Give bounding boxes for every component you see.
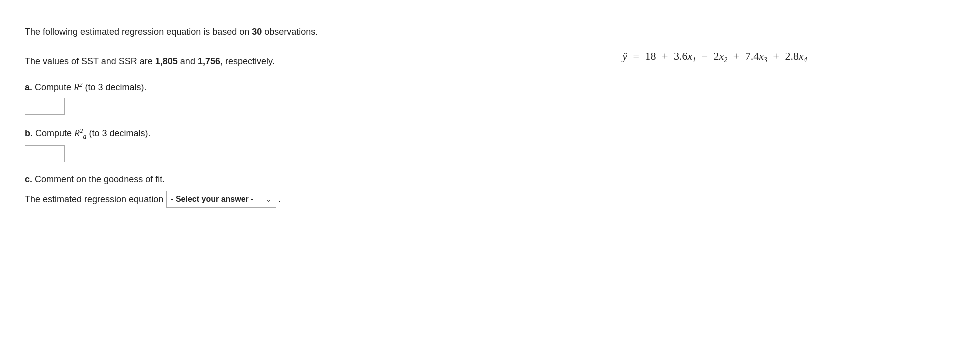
sst-ssr-paragraph: The values of SST and SSR are 1,805 and … — [25, 54, 475, 69]
eq-equals: = — [634, 50, 640, 62]
chevron-down-icon: ⌄ — [266, 195, 272, 203]
observations-count: 30 — [252, 27, 262, 37]
part-c-description: Comment on the goodness of fit. — [32, 174, 165, 184]
part-a-r-squared: R2 — [74, 82, 83, 92]
part-b-instruction: (to 3 decimals). — [87, 128, 151, 138]
intro-text-prefix: The following estimated regression equat… — [25, 27, 252, 37]
part-a-letter: a. — [25, 82, 32, 92]
part-a-instruction: (to 3 decimals). — [83, 82, 147, 92]
sst-ssr-suffix: , respectively. — [220, 56, 275, 66]
part-a-label: a. Compute R2 (to 3 decimals). — [25, 81, 475, 93]
part-b-r-squared-a: R2a — [74, 128, 87, 138]
eq-3-6: 3.6 — [674, 50, 688, 62]
part-c-letter: c. — [25, 174, 32, 184]
eq-y-hat: ŷ — [622, 50, 628, 62]
intro-paragraph: The following estimated regression equat… — [25, 25, 475, 39]
select-answer-dropdown[interactable]: - Select your answer - ⌄ — [166, 191, 276, 208]
right-column: ŷ = 18 + 3.6x1 − 2x2 + 7.4x3 + 2.8x4 — [475, 20, 955, 318]
eq-18: 18 — [645, 50, 656, 62]
ssr-value: 1,756 — [198, 56, 220, 66]
sst-ssr-prefix: The values of SST and SSR are — [25, 56, 156, 66]
part-b-input[interactable] — [25, 145, 65, 162]
eq-plus-2: + — [734, 50, 740, 62]
part-b-label: b. Compute R2a (to 3 decimals). — [25, 127, 475, 141]
part-b-letter: b. — [25, 128, 33, 138]
eq-2-8: 2.8 — [785, 50, 799, 62]
eq-7-4: 7.4 — [746, 50, 760, 62]
intro-text-suffix: observations. — [262, 27, 318, 37]
left-column: The following estimated regression equat… — [25, 20, 475, 318]
part-b-input-container — [25, 145, 475, 162]
sst-value: 1,805 — [156, 56, 178, 66]
part-c-label: c. Comment on the goodness of fit. — [25, 174, 475, 185]
period-text: . — [278, 194, 281, 205]
eq-minus-1: − — [702, 50, 708, 62]
part-c-text-row: The estimated regression equation - Sele… — [25, 191, 475, 208]
page-container: The following estimated regression equat… — [0, 0, 980, 338]
eq-plus-1: + — [662, 50, 668, 62]
select-answer-label: - Select your answer - — [171, 195, 261, 204]
regression-equation: ŷ = 18 + 3.6x1 − 2x2 + 7.4x3 + 2.8x4 — [622, 50, 807, 64]
part-a-input-container — [25, 98, 475, 115]
eq-x1: x1 — [688, 50, 696, 62]
eq-x2: x2 — [720, 50, 728, 62]
sst-ssr-middle: and — [178, 56, 198, 66]
eq-2: 2 — [714, 50, 720, 62]
part-a-description: Compute — [32, 82, 74, 92]
eq-x4: x4 — [799, 50, 808, 62]
part-b-description: Compute — [33, 128, 74, 138]
part-a-input[interactable] — [25, 98, 65, 115]
dropdown-prefix-text: The estimated regression equation — [25, 194, 164, 205]
eq-x3: x3 — [759, 50, 768, 62]
eq-plus-3: + — [774, 50, 780, 62]
